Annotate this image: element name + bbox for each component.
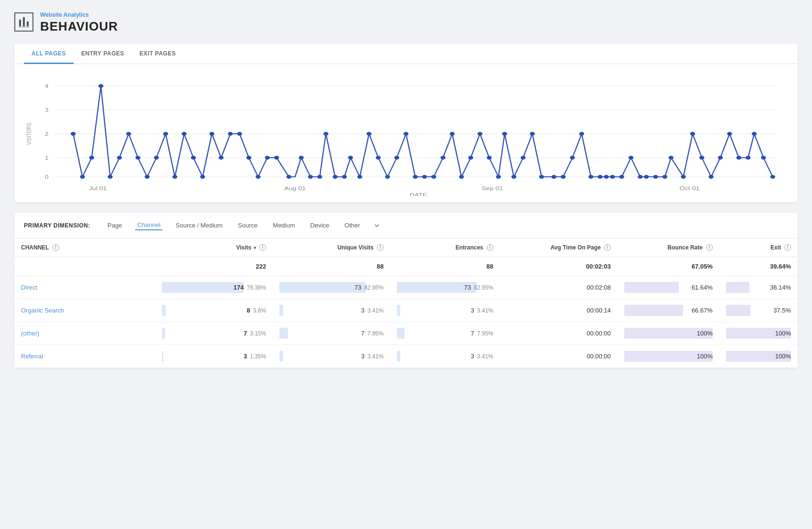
row-unique: 3 3.41%	[273, 345, 390, 368]
table-row: Organic Search 8 3.6% 3 3.41%	[14, 299, 798, 322]
chart-card: ALL PAGESENTRY PAGESEXIT PAGES 4 3 2 1 0…	[14, 43, 798, 202]
totals-bounce: 67.05%	[618, 257, 719, 276]
svg-point-52	[366, 132, 371, 136]
dim-item-other[interactable]: Other	[342, 221, 362, 230]
col-visits-info[interactable]: i	[259, 244, 266, 251]
row-channel: Direct	[14, 276, 155, 299]
totals-avgtime: 00:02:03	[500, 257, 618, 276]
page-title: BEHAVIOUR	[40, 19, 118, 34]
dimension-label: PRIMARY DIMENSION:	[24, 222, 90, 229]
svg-point-31	[172, 175, 177, 179]
visits-sort-icon[interactable]: ▾	[254, 245, 256, 250]
svg-point-32	[182, 132, 186, 136]
channel-link[interactable]: Referral	[21, 353, 43, 360]
row-exit: 100%	[719, 345, 798, 368]
svg-point-20	[71, 132, 75, 136]
data-table: CHANNEL i Visits ▾ i	[14, 238, 798, 368]
svg-rect-2	[27, 22, 29, 26]
svg-point-78	[604, 175, 609, 179]
svg-point-29	[154, 156, 159, 160]
svg-point-28	[145, 175, 150, 179]
app-subtitle: Website Analytics	[40, 11, 118, 18]
row-bounce: 100%	[618, 345, 719, 368]
col-unique-info[interactable]: i	[377, 244, 384, 251]
col-visits-label: Visits	[236, 244, 251, 251]
svg-text:2: 2	[45, 131, 49, 137]
header-text: Website Analytics BEHAVIOUR	[40, 11, 118, 34]
col-entrances-label: Entrances	[456, 244, 483, 251]
tab-bar: ALL PAGESENTRY PAGESEXIT PAGES	[14, 43, 798, 64]
dim-item-medium[interactable]: Medium	[271, 221, 297, 230]
svg-point-55	[394, 156, 399, 160]
svg-text:VISITORS: VISITORS	[26, 123, 32, 145]
svg-point-51	[357, 175, 362, 179]
svg-rect-1	[23, 17, 25, 26]
svg-point-70	[530, 132, 534, 136]
svg-point-84	[653, 175, 658, 179]
svg-point-89	[699, 156, 704, 160]
svg-point-90	[709, 175, 714, 179]
svg-text:0: 0	[45, 174, 49, 180]
dim-item-channel[interactable]: Channel	[135, 220, 162, 230]
svg-point-37	[228, 132, 233, 136]
col-exit-info[interactable]: i	[784, 244, 791, 251]
svg-point-54	[385, 175, 390, 179]
svg-point-79	[610, 175, 615, 179]
table-row: Referral 3 1.35% 3 3.41%	[14, 345, 798, 368]
svg-point-62	[459, 175, 464, 179]
svg-point-82	[638, 175, 642, 179]
col-channel-info[interactable]: i	[53, 244, 59, 251]
svg-point-86	[669, 156, 673, 160]
svg-point-30	[163, 132, 168, 136]
line-chart: 4 3 2 1 0 VISITORS Jul 01 Aug 01 Sep 01 …	[24, 72, 788, 196]
totals-visits: 222	[155, 257, 273, 276]
svg-text:3: 3	[45, 107, 49, 113]
dim-item-page[interactable]: Page	[106, 221, 124, 230]
svg-text:Aug 01: Aug 01	[284, 185, 306, 191]
channel-link[interactable]: Direct	[21, 284, 37, 291]
row-bounce: 66.67%	[618, 299, 719, 322]
svg-point-81	[629, 156, 633, 160]
analytics-icon	[14, 12, 33, 32]
svg-point-39	[246, 156, 251, 160]
col-entrances-info[interactable]: i	[487, 244, 493, 251]
row-visits: 174 78.38%	[155, 276, 273, 299]
svg-point-36	[219, 156, 224, 160]
tab-exit-pages[interactable]: EXIT PAGES	[132, 43, 183, 64]
row-avgtime: 00:00:00	[500, 322, 618, 345]
tab-entry-pages[interactable]: ENTRY PAGES	[74, 43, 132, 64]
dim-dropdown[interactable]	[374, 222, 380, 229]
svg-point-41	[265, 156, 270, 160]
totals-row: 222 88 88 00:02:03 67.05% 39.64%	[14, 257, 798, 276]
totals-exit: 39.64%	[719, 257, 798, 276]
row-unique: 7 7.95%	[273, 322, 390, 345]
svg-point-74	[570, 156, 575, 160]
row-exit: 37.5%	[719, 299, 798, 322]
dim-item-device[interactable]: Device	[309, 221, 331, 230]
col-exit-label: Exit	[770, 244, 781, 251]
dim-item-source[interactable]: Source	[236, 221, 259, 230]
svg-point-49	[342, 175, 347, 179]
svg-point-97	[770, 175, 775, 179]
svg-point-68	[512, 175, 516, 179]
row-entrances: 3 3.41%	[390, 299, 500, 322]
svg-point-26	[126, 132, 131, 136]
svg-point-69	[521, 156, 525, 160]
row-bounce: 61.64%	[618, 276, 719, 299]
channel-link[interactable]: (other)	[21, 330, 39, 337]
svg-point-25	[117, 156, 122, 160]
svg-point-38	[237, 132, 242, 136]
col-avgtime-info[interactable]: i	[604, 244, 611, 251]
svg-point-91	[718, 156, 723, 160]
row-channel: Referral	[14, 345, 155, 368]
col-bounce-info[interactable]: i	[706, 244, 713, 251]
row-visits: 8 3.6%	[155, 299, 273, 322]
row-avgtime: 00:02:08	[500, 276, 618, 299]
svg-point-35	[209, 132, 214, 136]
svg-point-92	[727, 132, 732, 136]
svg-text:Jul 01: Jul 01	[89, 185, 107, 191]
tab-all-pages[interactable]: ALL PAGES	[24, 43, 74, 64]
svg-point-47	[323, 132, 328, 136]
dim-item-source---medium[interactable]: Source / Medium	[174, 221, 224, 230]
channel-link[interactable]: Organic Search	[21, 307, 64, 314]
